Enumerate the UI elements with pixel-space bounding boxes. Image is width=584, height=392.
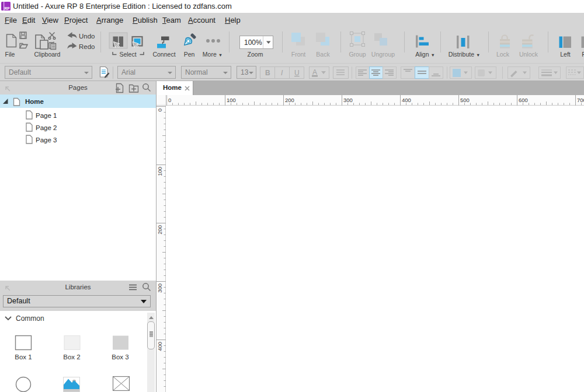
- svg-text:700: 700: [577, 97, 584, 103]
- svg-text:I: I: [281, 69, 283, 77]
- svg-text:Page 1: Page 1: [36, 112, 57, 119]
- svg-text:Box 2: Box 2: [63, 354, 80, 360]
- svg-text:Page 2: Page 2: [36, 124, 57, 131]
- svg-text:Redo: Redo: [79, 43, 95, 50]
- svg-text:A: A: [312, 68, 317, 76]
- svg-text:B: B: [265, 69, 270, 77]
- svg-text:Page 3: Page 3: [36, 136, 57, 144]
- svg-text:400: 400: [157, 342, 163, 351]
- svg-text:100: 100: [157, 167, 163, 176]
- svg-text:400: 400: [402, 97, 411, 103]
- svg-text:Box 3: Box 3: [112, 354, 128, 360]
- svg-text:Common: Common: [16, 314, 44, 323]
- svg-text:500: 500: [460, 97, 470, 103]
- svg-text:100%: 100%: [244, 38, 262, 47]
- svg-text:0: 0: [168, 97, 171, 103]
- svg-text:600: 600: [519, 97, 528, 103]
- svg-text:Home: Home: [25, 98, 44, 105]
- svg-text:U: U: [294, 69, 300, 77]
- svg-text:300: 300: [343, 97, 353, 103]
- svg-text:Undo: Undo: [79, 33, 95, 40]
- svg-text:100: 100: [227, 97, 236, 103]
- svg-text:300: 300: [157, 284, 163, 293]
- svg-text:200: 200: [157, 225, 163, 235]
- svg-text:Box 1: Box 1: [15, 354, 32, 360]
- svg-text:200: 200: [285, 97, 294, 103]
- svg-text:0: 0: [157, 108, 163, 111]
